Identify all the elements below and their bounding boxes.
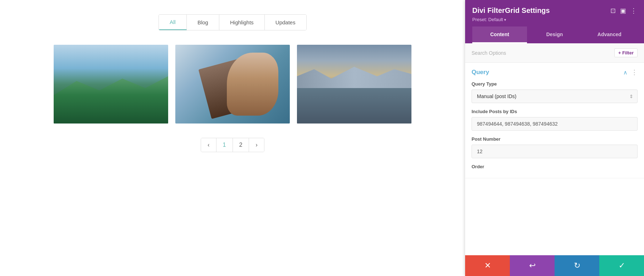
image-lake [297, 45, 411, 124]
include-posts-label: Include Posts by IDs [472, 109, 638, 114]
save-button[interactable]: ✓ [599, 255, 644, 276]
panel-header-icons: ⊡ ▣ ⋮ [610, 7, 637, 15]
pagination-page-2[interactable]: 2 [233, 138, 249, 152]
query-type-wrapper: Manual (post IDs) Category Tag Author [472, 89, 638, 103]
tab-design[interactable]: Design [527, 26, 582, 43]
query-type-select[interactable]: Manual (post IDs) Category Tag Author [472, 89, 638, 103]
search-bar: Search Options + Filter [465, 43, 644, 63]
section-controls: ∧ ⋮ [623, 68, 638, 76]
post-number-label: Post Number [472, 136, 638, 142]
expand-icon[interactable]: ⊡ [610, 7, 616, 15]
split-icon[interactable]: ▣ [620, 7, 626, 15]
panel-title: Divi FilterGrid Settings [472, 6, 550, 15]
collapse-chevron-icon[interactable]: ∧ [623, 69, 628, 76]
image-phone [175, 45, 290, 124]
redo-button[interactable]: ↻ [555, 255, 599, 276]
tab-blog[interactable]: Blog [187, 15, 219, 30]
settings-panel: Divi FilterGrid Settings ⊡ ▣ ⋮ Preset: D… [465, 0, 644, 276]
post-number-input[interactable] [472, 145, 638, 158]
panel-preset[interactable]: Preset: Default [472, 17, 637, 22]
image-grid [54, 45, 411, 124]
undo-button[interactable]: ↩ [510, 255, 555, 276]
filter-button[interactable]: + Filter [614, 48, 638, 57]
section-more-icon[interactable]: ⋮ [631, 68, 638, 76]
query-section: Query ∧ ⋮ Query Type Manual (post IDs) C… [465, 63, 644, 178]
panel-toolbar: ✕ ↩ ↻ ✓ [465, 255, 644, 276]
main-content: All Blog Highlights Updates ‹ 1 2 › [0, 0, 465, 276]
tab-highlights[interactable]: Highlights [219, 15, 265, 30]
query-section-title: Query [472, 69, 489, 76]
tab-content[interactable]: Content [472, 26, 527, 43]
panel-header: Divi FilterGrid Settings ⊡ ▣ ⋮ Preset: D… [465, 0, 644, 43]
pagination-prev[interactable]: ‹ [201, 138, 216, 152]
query-section-header: Query ∧ ⋮ [472, 68, 638, 76]
search-options-label: Search Options [472, 50, 506, 56]
query-type-label: Query Type [472, 81, 638, 87]
more-icon[interactable]: ⋮ [630, 7, 637, 15]
cancel-button[interactable]: ✕ [465, 255, 510, 276]
pagination: ‹ 1 2 › [201, 138, 264, 152]
order-label: Order [472, 164, 638, 169]
tab-all[interactable]: All [159, 15, 187, 30]
filter-tabs: All Blog Highlights Updates [158, 14, 306, 30]
tab-advanced[interactable]: Advanced [582, 26, 637, 43]
panel-tabs: Content Design Advanced [472, 26, 637, 43]
panel-content: Query ∧ ⋮ Query Type Manual (post IDs) C… [465, 63, 644, 255]
pagination-page-1[interactable]: 1 [216, 138, 233, 152]
image-mountain [54, 45, 168, 124]
panel-header-top: Divi FilterGrid Settings ⊡ ▣ ⋮ [472, 6, 637, 15]
tab-updates[interactable]: Updates [265, 15, 306, 30]
pagination-next[interactable]: › [249, 138, 264, 152]
include-posts-input[interactable] [472, 117, 638, 131]
